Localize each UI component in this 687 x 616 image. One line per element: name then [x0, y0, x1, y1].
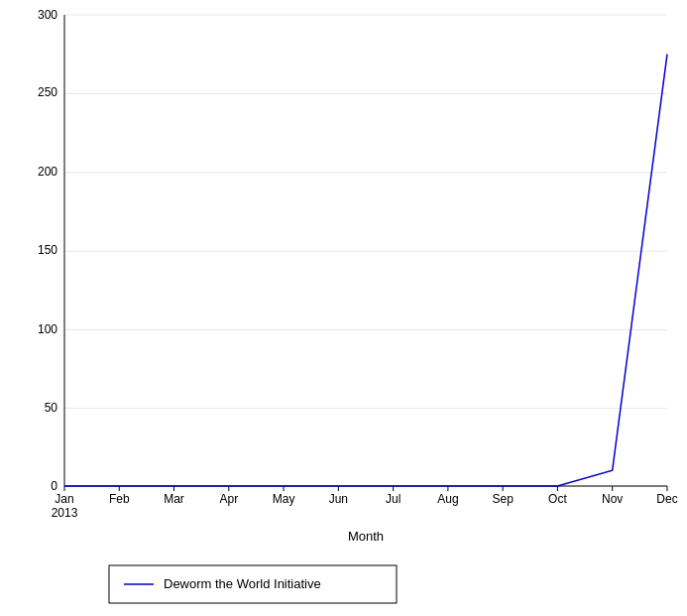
x-tick-may: May	[273, 492, 295, 506]
y-tick-300: 300	[38, 8, 57, 22]
x-tick-jun: Jun	[329, 492, 348, 506]
x-tick-mar: Mar	[164, 492, 184, 506]
x-tick-sep: Sep	[492, 492, 514, 506]
chart-container: 0 50 100 150 200 250 300 Jan 2013 Feb Ma…	[0, 0, 687, 616]
x-tick-oct: Oct	[548, 492, 567, 506]
x-tick-apr: Apr	[219, 492, 238, 506]
x-tick-aug: Aug	[437, 492, 458, 506]
y-tick-50: 50	[45, 401, 58, 415]
y-tick-100: 100	[38, 322, 57, 336]
x-axis-label: Month	[348, 529, 384, 544]
y-tick-250: 250	[38, 85, 57, 99]
legend-label-deworm: Deworm the World Initiative	[164, 576, 321, 591]
x-tick-dec: Dec	[656, 492, 677, 506]
y-tick-200: 200	[38, 165, 57, 179]
x-tick-jul: Jul	[386, 492, 401, 506]
x-tick-jan: Jan	[55, 492, 73, 506]
data-line-deworm	[64, 55, 667, 486]
x-tick-2013: 2013	[52, 506, 78, 520]
y-tick-150: 150	[38, 243, 57, 257]
x-tick-nov: Nov	[602, 492, 623, 506]
x-tick-feb: Feb	[109, 492, 130, 506]
y-tick-0: 0	[51, 479, 57, 493]
